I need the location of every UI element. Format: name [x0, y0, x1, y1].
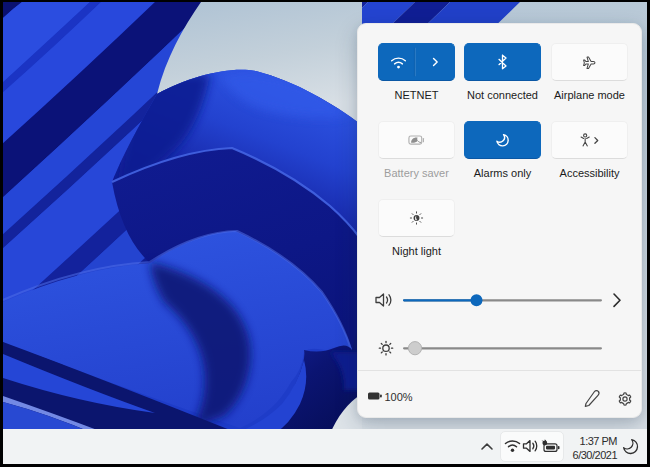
svg-text:100%: 100% — [385, 391, 413, 403]
